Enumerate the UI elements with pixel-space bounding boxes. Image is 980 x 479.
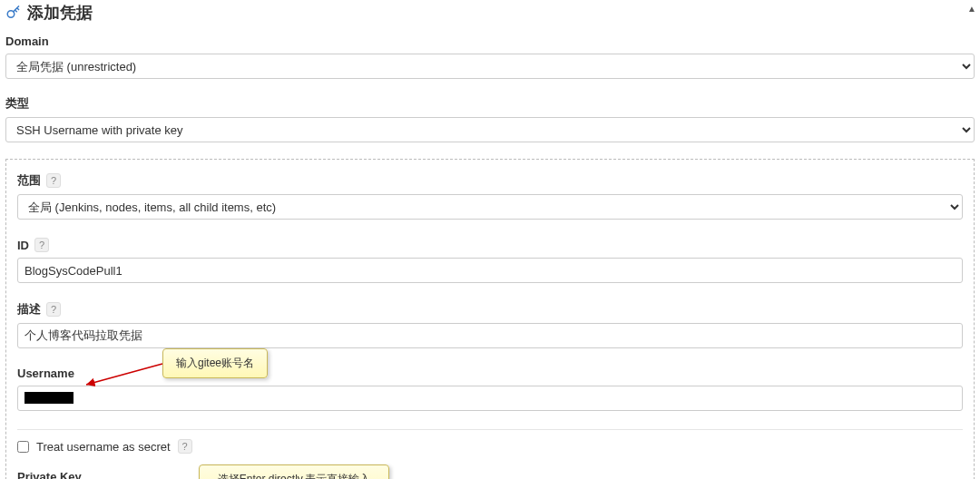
- description-input[interactable]: [17, 323, 963, 348]
- domain-label: Domain: [5, 34, 49, 48]
- help-icon[interactable]: ?: [34, 238, 49, 252]
- credential-detail-box: 范围 ? 全局 (Jenkins, nodes, items, all chil…: [5, 159, 975, 479]
- help-icon[interactable]: ?: [46, 302, 61, 317]
- type-select[interactable]: SSH Username with private key: [5, 117, 975, 142]
- scope-label: 范围 ?: [17, 172, 61, 189]
- help-icon[interactable]: ?: [178, 439, 192, 454]
- separator: [17, 429, 963, 430]
- description-field: 描述 ?: [17, 301, 963, 348]
- scope-label-text: 范围: [17, 172, 41, 189]
- type-label: 类型: [5, 95, 29, 112]
- page-header: 添加凭据: [5, 2, 975, 24]
- annotation-privatekey: 选择Enter directly,表示直接输入私钥内容: [199, 464, 389, 479]
- treat-secret-checkbox[interactable]: [17, 441, 29, 453]
- scope-select[interactable]: 全局 (Jenkins, nodes, items, all child ite…: [17, 194, 963, 220]
- page-title: 添加凭据: [27, 2, 93, 24]
- scroll-up-indicator: ▲: [965, 2, 978, 15]
- private-key-field: Private Key Enter directly Key 选择Enter d…: [17, 470, 963, 479]
- description-label: 描述 ?: [17, 301, 61, 318]
- domain-field: Domain 全局凭据 (unrestricted): [5, 34, 975, 79]
- id-field: ID ?: [17, 238, 963, 283]
- id-label: ID ?: [17, 238, 49, 252]
- id-label-text: ID: [17, 239, 29, 252]
- treat-secret-label: Treat username as secret: [36, 440, 171, 454]
- annotation-username: 输入gitee账号名: [162, 348, 268, 378]
- username-label: Username: [17, 367, 74, 380]
- treat-secret-row: Treat username as secret ?: [17, 439, 963, 454]
- key-icon: [5, 5, 22, 21]
- help-icon[interactable]: ?: [46, 173, 61, 188]
- username-field: Username 输入gitee账号名: [17, 367, 963, 411]
- arrow-icon: [81, 468, 203, 479]
- type-field: 类型 SSH Username with private key: [5, 95, 975, 142]
- id-input[interactable]: [17, 258, 963, 283]
- description-label-text: 描述: [17, 301, 41, 318]
- scope-field: 范围 ? 全局 (Jenkins, nodes, items, all chil…: [17, 172, 963, 220]
- username-input[interactable]: [17, 386, 963, 411]
- private-key-label: Private Key: [17, 470, 82, 479]
- domain-select[interactable]: 全局凭据 (unrestricted): [5, 54, 975, 79]
